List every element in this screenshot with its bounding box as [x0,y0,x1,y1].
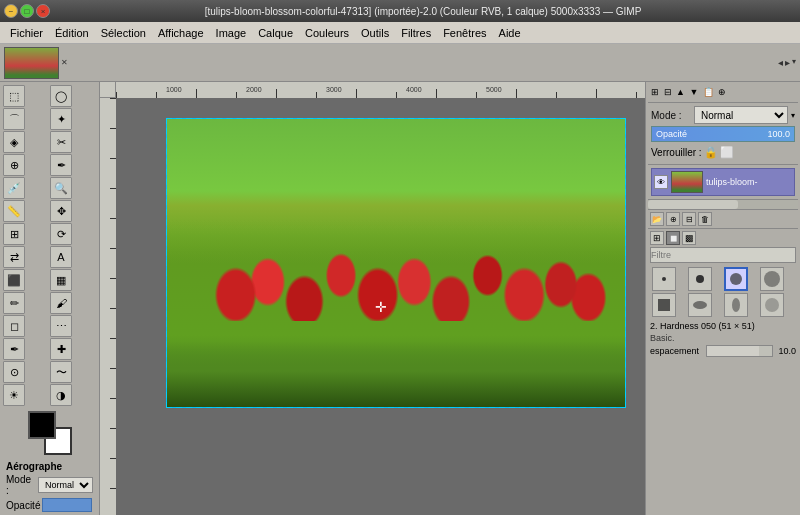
maximize-button[interactable]: □ [20,4,34,18]
tool-pencil[interactable]: ✏ [3,292,25,314]
spacing-value: 10.0 [778,346,796,356]
brush-item-2[interactable] [688,267,712,291]
toolbox: ⬚◯⌒✦◈✂⊕✒💉🔍📏✥⊞⟳⇄A⬛▦✏🖌◻⋯✒✚⊙〜☀◑ Aérographe … [0,82,100,515]
tool-text[interactable]: A [50,246,72,268]
lock-icon[interactable]: 🔒 [704,146,718,159]
menu-item-affichage[interactable]: Affichage [152,25,210,41]
menu-item-calque[interactable]: Calque [252,25,299,41]
layer-thumbnail [671,171,703,193]
brush-item-7[interactable] [724,293,748,317]
opacity-label: Opacité [6,500,40,511]
tool-paths[interactable]: ✒ [50,154,72,176]
canvas-viewport[interactable]: ✛ [116,98,645,515]
layer-btn-3[interactable]: ⊟ [682,212,696,226]
tool-flip[interactable]: ⇄ [3,246,25,268]
brush-item-8[interactable] [760,293,784,317]
layer-mode-select[interactable]: Normal [694,106,788,124]
tool-transform[interactable]: ⟳ [50,223,72,245]
image-thumbnail[interactable] [4,47,59,79]
basic-label: Basic. [650,333,796,343]
layer-icon-5[interactable]: 📋 [703,87,714,97]
menu-item-filtres[interactable]: Filtres [395,25,437,41]
tool-fuzzy-select[interactable]: ✦ [50,108,72,130]
layers-panel-icons: ⊞ ⊟ ▲ ▼ 📋 ⊕ [651,87,726,97]
layer-btn-1[interactable]: 📂 [650,212,664,226]
opacity-input[interactable] [42,498,92,512]
thumbnail-bar: ✕ ◂ ▸ ▾ [0,44,800,82]
tool-dodge-burn[interactable]: ☀ [3,384,25,406]
tool-label: Aérographe [6,461,93,472]
menu-item-édition[interactable]: Édition [49,25,95,41]
menu-item-outils[interactable]: Outils [355,25,395,41]
minimize-button[interactable]: − [4,4,18,18]
tool-smudge[interactable]: 〜 [50,361,72,383]
tool-eraser[interactable]: ◻ [3,315,25,337]
tool-airbrush[interactable]: ⋯ [50,315,72,337]
fg-bg-colors[interactable] [28,411,72,455]
tool-rectangle-select[interactable]: ⬚ [3,85,25,107]
canvas-with-vruler: ✛ [100,98,645,515]
opacity-bar[interactable]: Opacité 100.0 [651,126,795,142]
tool-desaturate[interactable]: ◑ [50,384,72,406]
brush-item-1[interactable] [652,267,676,291]
tool-select-by-color[interactable]: ◈ [3,131,25,153]
menu-item-image[interactable]: Image [210,25,253,41]
layer-icon-1[interactable]: ⊞ [651,87,659,97]
menu-item-fichier[interactable]: Fichier [4,25,49,41]
tool-paintbrush[interactable]: 🖌 [50,292,72,314]
tool-move[interactable]: ✥ [50,200,72,222]
layers-controls: ⊞ ⊟ ▲ ▼ 📋 ⊕ [648,84,798,103]
tool-bucket-fill[interactable]: ⬛ [3,269,25,291]
tool-options: Aérographe Mode : Normal Opacité [2,459,97,515]
nav-left-icon[interactable]: ◂ [778,57,783,68]
brush-item-6[interactable] [688,293,712,317]
nav-right-icon[interactable]: ▸ [785,57,790,68]
close-button[interactable]: × [36,4,50,18]
window-title: [tulips-bloom-blossom-colorful-47313] (i… [50,6,796,17]
tool-ellipse-select[interactable]: ◯ [50,85,72,107]
menu-item-fenêtres[interactable]: Fenêtres [437,25,492,41]
menu-item-sélection[interactable]: Sélection [95,25,152,41]
brush-preset-btn-1[interactable]: ⊞ [650,231,664,245]
color-area [2,407,97,459]
tool-clone[interactable]: ⊙ [3,361,25,383]
nav-more-icon[interactable]: ▾ [792,57,796,68]
layer-btn-2[interactable]: ⊕ [666,212,680,226]
layer-icon-4[interactable]: ▼ [689,87,698,97]
layer-btn-4[interactable]: 🗑 [698,212,712,226]
thumbnail-close[interactable]: ✕ [61,58,68,67]
lock-label: Verrouiller : [651,147,702,158]
layer-icon-6[interactable]: ⊕ [718,87,726,97]
brush-preset-btn-2[interactable]: ◼ [666,231,680,245]
tool-blend[interactable]: ▦ [50,269,72,291]
brush-item-5[interactable] [652,293,676,317]
tool-ink[interactable]: ✒ [3,338,25,360]
layer-item[interactable]: 👁 tulips-bloom- [651,168,795,196]
tulip-image [167,119,625,407]
layer-visibility-toggle[interactable]: 👁 [654,175,668,189]
layer-icon-3[interactable]: ▲ [676,87,685,97]
tool-zoom[interactable]: 🔍 [50,177,72,199]
tool-color-picker[interactable]: 💉 [3,177,25,199]
lock-alpha-icon[interactable]: ⬜ [720,146,734,159]
menu-item-aide[interactable]: Aide [493,25,527,41]
menu-item-couleurs[interactable]: Couleurs [299,25,355,41]
brush-filter-input[interactable] [650,247,796,263]
brush-preset-btn-3[interactable]: ▩ [682,231,696,245]
tool-measure[interactable]: 📏 [3,200,25,222]
tool-align[interactable]: ⊞ [3,223,25,245]
layer-bottom-buttons: 📂 ⊕ ⊟ 🗑 [648,210,798,229]
brush-item-3[interactable] [724,267,748,291]
fg-color-swatch[interactable] [28,411,56,439]
opacity-label-right: Opacité [656,129,687,139]
tool-mode-select[interactable]: Normal [38,477,93,493]
layer-name: tulips-bloom- [706,177,776,187]
layer-icon-2[interactable]: ⊟ [664,87,672,97]
tool-foreground-select[interactable]: ⊕ [3,154,25,176]
tool-healing[interactable]: ✚ [50,338,72,360]
tool-scissors-select[interactable]: ✂ [50,131,72,153]
tool-free-select[interactable]: ⌒ [3,108,25,130]
menu-bar: FichierÉditionSélectionAffichageImageCal… [0,22,800,44]
brush-item-4[interactable] [760,267,784,291]
opacity-value-right: 100.0 [767,129,790,139]
